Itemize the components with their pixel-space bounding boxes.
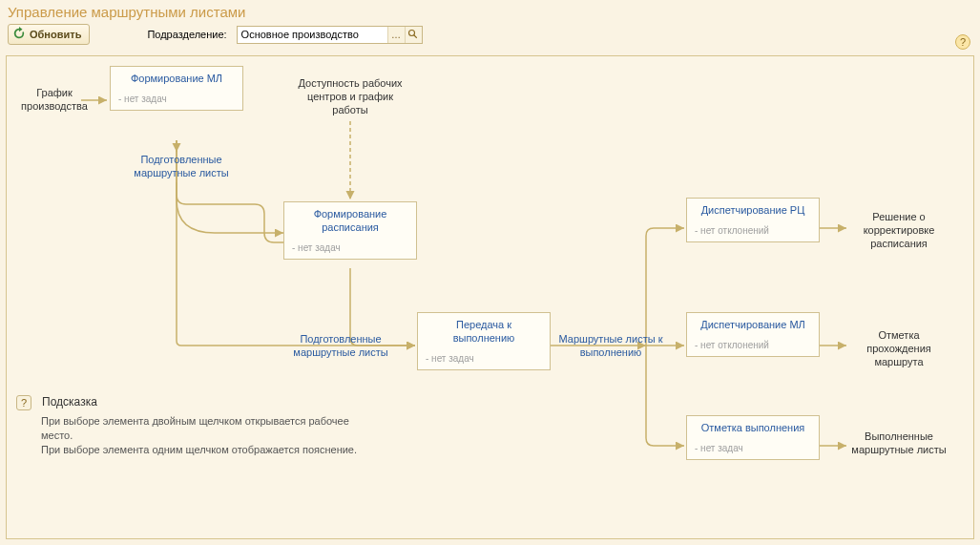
- department-input[interactable]: [238, 27, 387, 43]
- svg-point-0: [409, 31, 415, 36]
- label-avail-centers: Доступность рабочих центров и график раб…: [293, 77, 407, 116]
- toolbar: Обновить Подразделение: …: [0, 22, 980, 51]
- node-status: - нет отклонений: [695, 332, 811, 350]
- node-status: - нет задач: [118, 86, 235, 104]
- node-title: Формирование расписания: [292, 208, 408, 235]
- refresh-label: Обновить: [30, 29, 81, 40]
- help-icon[interactable]: ?: [955, 34, 970, 50]
- node-title: Отметка выполнения: [695, 422, 811, 435]
- page-title: Управление маршрутными листами: [0, 0, 980, 22]
- node-title: Диспетчирование МЛ: [695, 319, 811, 332]
- refresh-icon: [12, 27, 26, 42]
- hint-panel: ? Подсказка При выборе элемента двойным …: [16, 395, 379, 457]
- question-icon[interactable]: ?: [16, 395, 31, 410]
- refresh-button[interactable]: Обновить: [8, 24, 90, 45]
- search-icon[interactable]: [405, 27, 422, 43]
- svg-line-1: [414, 35, 417, 38]
- ellipsis-icon[interactable]: …: [387, 27, 405, 43]
- label-decision-correction: Решение о корректировке расписания: [846, 211, 951, 250]
- label-done-ml: Выполненные маршрутные листы: [846, 430, 951, 457]
- node-form-schedule[interactable]: Формирование расписания - нет задач: [283, 201, 417, 260]
- edge-prepared-ml-1: Подготовленные маршрутные листы: [129, 154, 234, 180]
- node-transfer[interactable]: Передача к выполнению - нет задач: [417, 312, 551, 370]
- diagram-canvas: График производства Доступность рабочих …: [6, 55, 974, 539]
- department-label: Подразделение:: [147, 29, 226, 40]
- flow-arrows: [7, 56, 973, 538]
- node-status: - нет задач: [426, 346, 542, 364]
- node-status: - нет задач: [695, 435, 811, 453]
- hint-title: Подсказка: [42, 395, 97, 409]
- hint-line: При выборе элемента одним щелчком отобра…: [41, 443, 379, 457]
- department-field[interactable]: …: [237, 26, 423, 44]
- label-input-graph: График производства: [16, 87, 93, 114]
- label-mark-route: Отметка прохождения маршрута: [846, 329, 951, 368]
- node-title: Формирование МЛ: [118, 73, 235, 86]
- node-form-ml[interactable]: Формирование МЛ - нет задач: [110, 66, 243, 111]
- node-status: - нет отклонений: [695, 218, 811, 236]
- hint-line: При выборе элемента двойным щелчком откр…: [41, 414, 379, 443]
- node-title: Передача к выполнению: [426, 319, 542, 346]
- node-title: Диспетчирование РЦ: [695, 204, 811, 218]
- edge-prepared-ml-2: Подготовленные маршрутные листы: [283, 333, 398, 360]
- node-dispatch-ml[interactable]: Диспетчирование МЛ - нет отклонений: [686, 312, 820, 357]
- edge-ml-to-exec: Маршрутные листы к выполнению: [558, 333, 663, 360]
- node-mark-execution[interactable]: Отметка выполнения - нет задач: [686, 415, 820, 460]
- node-status: - нет задач: [292, 235, 408, 253]
- node-dispatch-rc[interactable]: Диспетчирование РЦ - нет отклонений: [686, 198, 820, 242]
